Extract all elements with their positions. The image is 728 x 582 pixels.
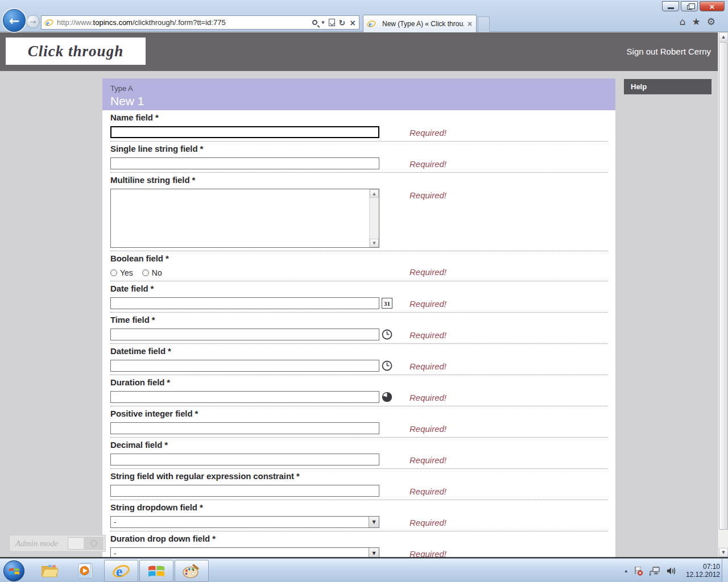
required-message: Required! [410, 518, 446, 527]
name-field-input[interactable] [110, 126, 379, 138]
field-label: Decimal field * [110, 440, 607, 450]
back-button[interactable]: ← [3, 9, 26, 32]
media-player-icon [76, 562, 93, 579]
duration-field-input[interactable] [110, 391, 379, 403]
decimal-field-input[interactable] [110, 454, 379, 465]
field-label: Boolean field * [110, 253, 607, 264]
windows-app-taskbar-button[interactable] [139, 560, 173, 582]
clock-icon[interactable] [382, 329, 392, 340]
duration-pie-icon[interactable] [382, 392, 392, 402]
paint-taskbar-button[interactable] [175, 560, 209, 582]
file-explorer-button[interactable] [40, 562, 59, 579]
close-icon: × [709, 2, 715, 11]
svg-text:e: e [46, 19, 49, 27]
forward-button[interactable]: → [26, 15, 40, 28]
multiline-string-textarea[interactable]: ▲ ▼ [110, 189, 379, 248]
duration-dropdown-select[interactable]: - ▼ [110, 547, 379, 557]
tab-close-icon[interactable]: × [467, 20, 473, 28]
single-line-string-input[interactable] [110, 157, 379, 169]
field-label: Duration field * [110, 377, 607, 388]
field-label: Date field * [110, 284, 607, 294]
regex-string-input[interactable] [110, 485, 379, 497]
tray-expand-icon[interactable]: ▴ [624, 568, 627, 573]
radio-option-yes[interactable]: Yes [110, 268, 133, 277]
tab-title: New (Type A) « Click throu... [382, 20, 464, 28]
chevron-down-icon[interactable]: ▼ [321, 20, 324, 25]
positive-integer-input[interactable] [110, 422, 379, 434]
favorites-star-icon[interactable]: ★ [692, 16, 701, 27]
required-message: Required! [410, 549, 446, 557]
form-row-time: Time field * Required! [110, 313, 607, 344]
address-bar[interactable]: e http://www.topincs.com/clickthrough/.f… [41, 15, 359, 30]
back-arrow-icon: ← [9, 14, 19, 28]
tools-gear-icon[interactable]: ⚙ [707, 16, 715, 27]
radio-label: Yes [120, 268, 133, 277]
svg-text:e: e [369, 20, 372, 28]
browser-tab[interactable]: e New (Type A) « Click throu... × [363, 15, 477, 32]
close-button[interactable]: × [700, 1, 725, 11]
textarea-scrollbar[interactable]: ▲ ▼ [369, 189, 379, 247]
required-message: Required! [410, 361, 446, 371]
internet-explorer-icon: e [112, 562, 130, 580]
new-tab-button[interactable] [478, 16, 490, 32]
form-row-duration: Duration field * Required! [110, 375, 607, 406]
string-dropdown-select[interactable]: - ▼ [110, 516, 379, 528]
search-icon[interactable] [312, 20, 317, 25]
stop-icon[interactable]: × [349, 18, 356, 27]
scroll-up-icon[interactable]: ▲ [370, 189, 379, 198]
compatibility-view-icon[interactable] [329, 19, 335, 26]
browser-chrome: × ← → e http://www.topincs.com/clickthro… [0, 0, 728, 32]
sign-out-link[interactable]: Sign out Robert Cerny [627, 47, 711, 56]
help-button[interactable]: Help [624, 79, 712, 94]
show-desktop-button[interactable] [722, 559, 728, 582]
volume-icon[interactable] [666, 566, 677, 576]
site-logo-text: Click through [28, 43, 123, 60]
radio-icon[interactable] [110, 269, 117, 276]
required-message: Required! [410, 455, 446, 465]
refresh-icon[interactable]: ↻ [339, 18, 346, 27]
media-player-button[interactable] [75, 562, 94, 579]
clock-icon[interactable] [382, 360, 392, 371]
select-arrow-icon[interactable]: ▼ [369, 548, 379, 557]
restore-button[interactable] [681, 1, 698, 11]
form-panel: Type A New 1 Name field * Required! Sing… [102, 78, 615, 557]
windows-logo-icon [148, 564, 165, 579]
taskbar-clock[interactable]: 07:10 12.12.2012 [686, 563, 720, 579]
time-field-input[interactable] [110, 329, 379, 340]
page-scrollbar[interactable]: ▲ ▼ [718, 32, 728, 557]
svg-text:e: e [116, 564, 122, 579]
form-row-regex-string: String field with regular expression con… [110, 469, 607, 500]
scroll-down-icon[interactable]: ▼ [370, 239, 379, 247]
network-icon[interactable] [649, 566, 660, 576]
action-center-flag-icon[interactable] [633, 566, 643, 576]
required-message: Required! [410, 267, 446, 277]
field-label: Duration drop down field * [110, 534, 607, 544]
scroll-down-icon[interactable]: ▼ [719, 548, 728, 557]
start-button[interactable] [3, 560, 24, 581]
select-arrow-icon[interactable]: ▼ [369, 517, 379, 527]
admin-mode-toggle[interactable] [68, 537, 103, 550]
required-message: Required! [410, 393, 446, 402]
boolean-radio-group: Yes No [110, 268, 607, 278]
form-row-multiline: Multiline string field * ▲ ▼ Required! [110, 173, 607, 251]
datetime-field-input[interactable] [110, 360, 379, 372]
radio-icon[interactable] [142, 269, 149, 276]
field-label: Single line string field * [110, 144, 607, 154]
home-icon[interactable]: ⌂ [680, 16, 686, 27]
tab-favicon: e [367, 19, 376, 28]
scroll-up-icon[interactable]: ▲ [719, 32, 728, 41]
url-text[interactable]: http://www.topincs.com/clickthrough/.for… [57, 18, 312, 27]
date-field-input[interactable] [110, 297, 379, 309]
site-header: Click through Sign out Robert Cerny [0, 32, 728, 71]
internet-explorer-taskbar-button[interactable]: e [104, 560, 138, 582]
forward-arrow-icon: → [30, 18, 36, 26]
radio-option-no[interactable]: No [142, 268, 162, 277]
taskbar: e ▴ [0, 558, 728, 582]
scrollbar-thumb[interactable] [719, 42, 728, 530]
field-label: String field with regular expression con… [110, 471, 607, 481]
calendar-icon[interactable]: 31 [382, 298, 392, 309]
minimize-button[interactable] [662, 1, 679, 11]
site-logo[interactable]: Click through [6, 38, 146, 65]
form-row-decimal: Decimal field * Required! [110, 438, 607, 469]
url-path: /clickthrough/.form?tt=id:775 [133, 18, 226, 27]
